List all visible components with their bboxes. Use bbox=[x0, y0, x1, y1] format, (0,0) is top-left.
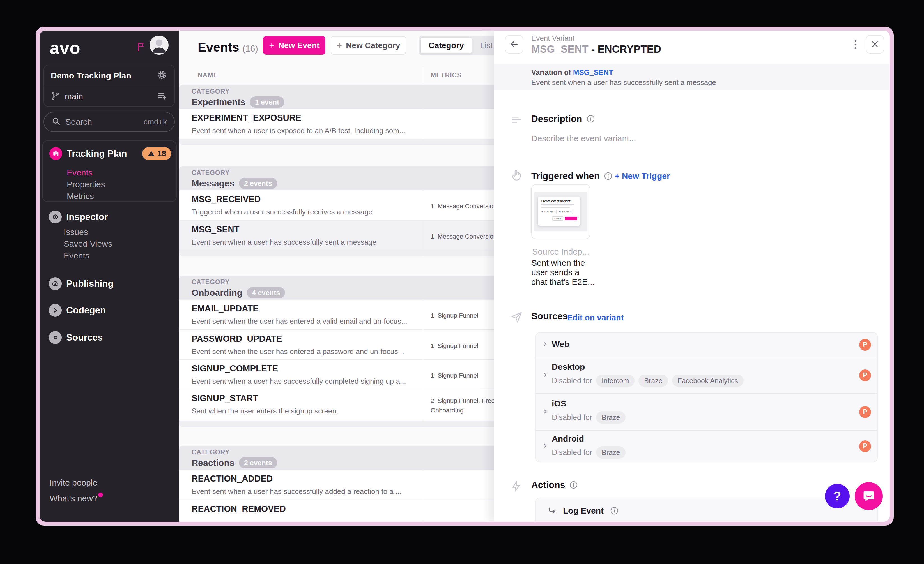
help-button[interactable]: ? bbox=[825, 484, 850, 509]
page-title: Events bbox=[198, 40, 239, 55]
workspace-name: Demo Tracking Plan bbox=[51, 71, 156, 81]
back-button[interactable] bbox=[505, 35, 524, 54]
source-row-web[interactable]: Web P bbox=[536, 333, 877, 356]
category-count-badge: 4 events bbox=[247, 287, 285, 298]
table-row[interactable]: REACTION_ADDED Event sent when a user ha… bbox=[179, 470, 538, 500]
sidebar-item-events[interactable]: Events bbox=[67, 168, 93, 177]
table-row[interactable]: SIGNUP_START Sent when the user enters t… bbox=[179, 389, 538, 421]
sidebar-item-saved-views[interactable]: Saved Views bbox=[64, 239, 112, 248]
codegen-icon bbox=[49, 304, 62, 317]
category-group-experiments: CATEGORY Experiments 1 event EXPERIMENT_… bbox=[179, 85, 538, 145]
chat-button[interactable] bbox=[855, 482, 883, 510]
gear-icon[interactable] bbox=[156, 70, 168, 82]
new-category-button[interactable]: + New Category bbox=[331, 36, 406, 55]
edit-on-variant-link[interactable]: Edit on variant bbox=[567, 313, 624, 322]
category-name: Onboarding bbox=[192, 287, 242, 298]
sidebar-item-label: Tracking Plan bbox=[67, 148, 127, 159]
sidebar: avo Demo Tracking Plan bbox=[39, 31, 179, 522]
chevron-right-icon[interactable] bbox=[542, 442, 548, 450]
sources-icon bbox=[49, 331, 62, 344]
category-header[interactable]: CATEGORY Reactions 2 events bbox=[179, 446, 538, 470]
issues-badge[interactable]: 18 bbox=[142, 147, 171, 160]
chevron-right-icon[interactable] bbox=[542, 408, 548, 416]
kebab-menu-icon[interactable] bbox=[849, 38, 862, 51]
destination-chip: Facebook Analytics bbox=[672, 374, 744, 387]
description-icon bbox=[510, 114, 522, 127]
source-name: Web bbox=[552, 340, 569, 349]
avatar[interactable] bbox=[150, 36, 169, 55]
table-row[interactable]: REACTION_REMOVED bbox=[179, 500, 538, 522]
issues-count: 18 bbox=[158, 149, 166, 158]
sidebar-item-codegen[interactable]: Codegen bbox=[49, 304, 106, 317]
source-name: Desktop bbox=[552, 362, 585, 372]
toggle-category[interactable]: Category bbox=[420, 37, 472, 54]
table-row[interactable]: MSG_RECEIVED Triggered when a user succe… bbox=[179, 190, 538, 220]
category-header[interactable]: CATEGORY Onboarding 4 events bbox=[179, 275, 538, 300]
invite-people-link[interactable]: Invite people bbox=[50, 478, 98, 488]
source-row-android[interactable]: Android Disabled for Braze P bbox=[536, 430, 877, 462]
category-header[interactable]: CATEGORY Messages 2 events bbox=[179, 166, 538, 190]
info-icon bbox=[569, 480, 578, 489]
log-event-label: Log Event bbox=[563, 506, 604, 516]
plus-icon: + bbox=[337, 41, 342, 50]
view-toggle: Category List bbox=[419, 36, 502, 55]
avo-logo: avo bbox=[50, 38, 81, 58]
log-event-row[interactable]: Log Event bbox=[547, 506, 619, 516]
source-row-desktop[interactable]: Desktop Disabled for Intercom Braze Face… bbox=[536, 356, 877, 393]
sidebar-item-sources[interactable]: Sources bbox=[49, 331, 103, 344]
source-row-ios[interactable]: iOS Disabled for Braze P bbox=[536, 393, 877, 430]
sidebar-item-issues[interactable]: Issues bbox=[64, 227, 88, 237]
variation-link[interactable]: MSG_SENT bbox=[573, 68, 613, 76]
branch-row[interactable]: main bbox=[44, 86, 174, 106]
tracking-plan-icon bbox=[50, 147, 62, 160]
category-group-onboarding: CATEGORY Onboarding 4 events EMAIL_UPDAT… bbox=[179, 275, 538, 427]
search-shortcut: cmd+k bbox=[144, 117, 167, 126]
event-name: EXPERIMENT_EXPOSURE bbox=[192, 113, 538, 123]
table-row[interactable]: EMAIL_UPDATE Event sent when the user ha… bbox=[179, 300, 538, 329]
category-count-badge: 2 events bbox=[239, 457, 277, 468]
info-icon bbox=[604, 172, 613, 181]
category-group-messages: CATEGORY Messages 2 events MSG_RECEIVED … bbox=[179, 166, 538, 256]
inspector-icon bbox=[49, 211, 62, 223]
disabled-for-label: Disabled for bbox=[552, 448, 592, 457]
sidebar-item-label: Publishing bbox=[66, 278, 114, 289]
category-label: CATEGORY bbox=[192, 88, 538, 95]
description-placeholder[interactable]: Describe the event variant... bbox=[531, 134, 636, 143]
variation-band: Variation of MSG_SENT Event sent when a … bbox=[494, 64, 890, 90]
workspace-box: Demo Tracking Plan main bbox=[44, 65, 175, 107]
sidebar-item-inspector[interactable]: Inspector bbox=[49, 211, 108, 223]
thumb-modal-title: Create event variant bbox=[541, 199, 577, 203]
new-trigger-link[interactable]: + New Trigger bbox=[615, 171, 670, 181]
new-event-button[interactable]: + New Event bbox=[263, 36, 326, 55]
sidebar-item-publishing[interactable]: Publishing bbox=[49, 277, 114, 290]
close-icon[interactable] bbox=[866, 35, 884, 54]
flag-icon[interactable] bbox=[135, 40, 147, 55]
source-name: iOS bbox=[552, 399, 566, 408]
chevron-right-icon[interactable] bbox=[542, 341, 548, 349]
table-row[interactable]: PASSWORD_UPDATE Event sent when the user… bbox=[179, 329, 538, 359]
chat-bubble-icon bbox=[861, 489, 876, 503]
category-group-reactions: CATEGORY Reactions 2 events REACTION_ADD… bbox=[179, 446, 538, 522]
trigger-thumbnail[interactable]: Create event variant MSG_SENT· ENCRYPTED… bbox=[531, 184, 590, 239]
chevron-right-icon[interactable] bbox=[542, 371, 548, 379]
category-header[interactable]: CATEGORY Experiments 1 event bbox=[179, 85, 538, 109]
search-input[interactable]: Search cmd+k bbox=[44, 112, 175, 132]
table-row-selected[interactable]: MSG_SENT Event sent when a user has succ… bbox=[179, 220, 538, 250]
window-frame: avo Demo Tracking Plan bbox=[36, 27, 894, 526]
sidebar-item-metrics[interactable]: Metrics bbox=[67, 191, 94, 201]
table-row[interactable]: EXPERIMENT_EXPOSURE Event sent when a us… bbox=[179, 109, 538, 139]
playlist-add-icon[interactable] bbox=[157, 91, 168, 102]
sidebar-item-tracking-plan[interactable]: Tracking Plan bbox=[50, 147, 127, 160]
warning-icon bbox=[147, 150, 155, 157]
sidebar-item-properties[interactable]: Properties bbox=[67, 180, 105, 189]
workspace-row[interactable]: Demo Tracking Plan bbox=[44, 65, 174, 86]
source-name: Android bbox=[552, 434, 584, 443]
sidebar-item-inspector-events[interactable]: Events bbox=[64, 251, 90, 260]
thumb-modal-input: MSG_SENT· ENCRYPTED bbox=[541, 210, 577, 214]
trigger-heading: Triggered when bbox=[531, 171, 613, 181]
table-row[interactable]: SIGNUP_COMPLETE Event sent when a user h… bbox=[179, 359, 538, 389]
whats-new-link[interactable]: What's new? bbox=[50, 492, 103, 503]
actions-heading: Actions bbox=[531, 480, 578, 490]
description-heading: Description bbox=[531, 114, 595, 124]
sidebar-item-label: Sources bbox=[66, 332, 103, 343]
